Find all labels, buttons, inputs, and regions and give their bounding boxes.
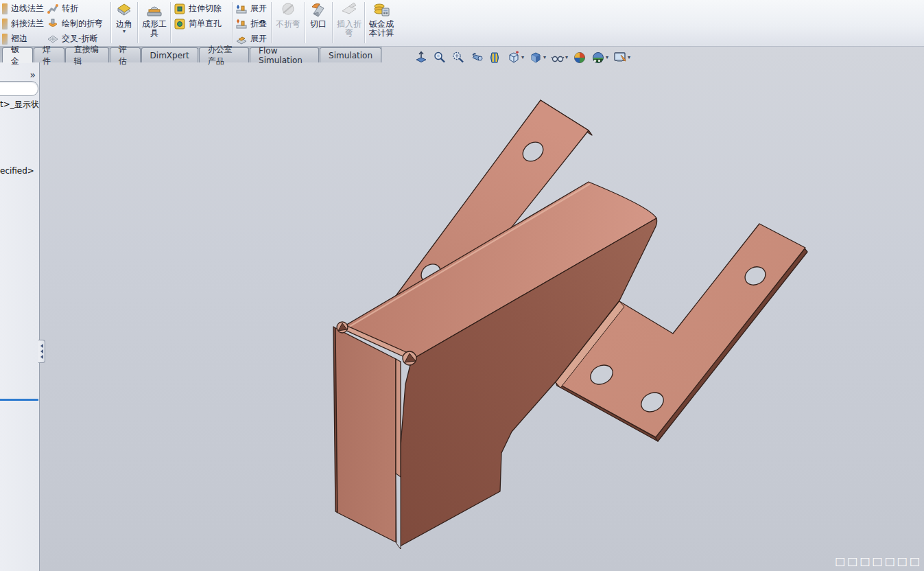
feature-tree-filter-input[interactable] xyxy=(0,81,38,96)
apply-scene-icon xyxy=(591,51,605,65)
toolbar-separator xyxy=(332,2,333,43)
rip-icon xyxy=(309,1,327,19)
extruded-cut-label: 拉伸切除 xyxy=(189,3,222,14)
tab-weldments[interactable]: 焊件 xyxy=(34,47,64,62)
view-settings-dropdown-arrow[interactable]: ▾ xyxy=(628,55,630,60)
toolbar-separator xyxy=(170,2,171,43)
insert-bends-icon xyxy=(340,1,358,19)
simple-hole-button[interactable]: 简单直孔 xyxy=(172,16,224,31)
display-style-button[interactable]: ▾ xyxy=(528,50,547,65)
tab-evaluate[interactable]: 评估 xyxy=(110,47,141,62)
miter-flange-button[interactable]: 斜接法兰 xyxy=(0,16,46,31)
unfold-label: 展开 xyxy=(250,3,267,14)
apply-scene-button[interactable]: ▾ xyxy=(590,50,610,65)
rip-label: 切口 xyxy=(304,20,333,29)
edge-flange-label: 边线法兰 xyxy=(11,3,44,14)
view-orientation-dropdown-arrow[interactable]: ▾ xyxy=(521,55,524,60)
model-3d-part[interactable] xyxy=(0,0,924,571)
toolbar-separator xyxy=(364,2,365,43)
tab-office-products[interactable]: 办公室产品 xyxy=(199,47,249,62)
panel-collapse-handle[interactable] xyxy=(38,340,45,363)
forming-tool-label: 成形工具 xyxy=(140,20,169,38)
hide-show-dropdown-arrow[interactable]: ▾ xyxy=(565,55,568,60)
sketched-bend-icon xyxy=(47,19,58,30)
tab-sheet-metal[interactable]: 钣金 xyxy=(2,47,33,62)
zoom-to-fit-icon xyxy=(414,51,428,65)
fold-label: 折叠 xyxy=(250,18,267,30)
miter-flange-label: 斜接法兰 xyxy=(11,18,44,30)
edit-appearance-button[interactable] xyxy=(571,50,588,65)
edge-flange-icon xyxy=(2,3,8,14)
no-bends-label: 不折弯 xyxy=(274,20,303,29)
view-settings-icon xyxy=(613,51,627,65)
fold-icon xyxy=(236,19,247,30)
sheet-metal-cost-label: 钣金成本计算 xyxy=(367,20,396,38)
forming-tool-button[interactable]: 成形工具 xyxy=(139,1,169,45)
zoom-in-out-button[interactable] xyxy=(450,50,466,65)
tab-direct-editing[interactable]: 直接编辑 xyxy=(65,47,109,62)
zoom-to-area-icon xyxy=(433,51,447,65)
panel-expand-chevron[interactable]: » xyxy=(29,69,36,80)
simple-hole-icon xyxy=(174,19,185,30)
heads-up-view-toolbar: ▾ ▾ ▾ ▾ xyxy=(413,49,632,67)
sheet-metal-cost-icon xyxy=(372,1,390,19)
display-style-dropdown-arrow[interactable]: ▾ xyxy=(543,55,546,60)
extruded-cut-button[interactable]: 拉伸切除 xyxy=(172,1,224,16)
jog-button[interactable]: 转折 xyxy=(45,1,80,16)
view-orientation-button[interactable]: ▾ xyxy=(506,50,525,65)
view-settings-button[interactable]: ▾ xyxy=(612,50,632,65)
hem-label: 褶边 xyxy=(11,33,27,45)
unfold-icon xyxy=(236,3,247,14)
no-bends-icon xyxy=(279,1,297,19)
edit-appearance-icon xyxy=(573,51,587,65)
previous-view-button[interactable] xyxy=(469,50,485,65)
forming-tool-icon xyxy=(145,1,163,19)
collapse-arrow-icon xyxy=(40,349,43,353)
material-not-specified-label: ecified> xyxy=(0,166,39,176)
apply-scene-dropdown-arrow[interactable]: ▾ xyxy=(606,55,608,60)
panel-divider xyxy=(0,399,38,401)
collapse-arrow-icon xyxy=(40,355,43,359)
simple-hole-label: 简单直孔 xyxy=(189,18,222,30)
edge-flange-button[interactable]: 边线法兰 xyxy=(0,1,46,16)
toolbar-separator xyxy=(137,2,138,43)
extruded-cut-icon xyxy=(174,3,185,14)
hide-show-items-button[interactable]: ▾ xyxy=(549,50,569,65)
corner-dropdown-arrow[interactable]: ▾ xyxy=(123,29,126,34)
feature-manager-panel: » t>_显示状 ecified> xyxy=(0,62,40,571)
fold-button[interactable]: 折叠 xyxy=(234,16,269,31)
no-bends-button: 不折弯 xyxy=(273,1,303,45)
sketched-bend-button[interactable]: 绘制的折弯 xyxy=(45,16,105,31)
collapse-arrow-icon xyxy=(40,344,43,348)
corner-icon xyxy=(115,1,133,19)
cross-break-icon xyxy=(47,34,58,45)
toolbar-separator xyxy=(271,2,272,43)
sketched-bend-label: 绘制的折弯 xyxy=(62,18,103,30)
display-state-label: t>_显示状 xyxy=(0,99,39,110)
zoom-to-fit-button[interactable] xyxy=(413,50,429,65)
hide-show-items-icon xyxy=(551,51,565,65)
jog-label: 转折 xyxy=(62,3,78,14)
section-view-button[interactable] xyxy=(487,50,504,65)
tab-simulation[interactable]: Simulation xyxy=(320,47,381,62)
flatten-icon xyxy=(236,34,247,45)
previous-view-icon xyxy=(470,51,484,65)
flatten-label: 展开 xyxy=(250,33,267,45)
toolbar-separator xyxy=(232,2,233,43)
view-orientation-icon xyxy=(507,51,521,65)
unfold-button[interactable]: 展开 xyxy=(234,1,269,16)
zoom-to-area-button[interactable] xyxy=(431,50,448,65)
tab-dimxpert[interactable]: DimXpert xyxy=(141,47,198,62)
jog-icon xyxy=(47,3,58,14)
display-style-icon xyxy=(529,51,543,65)
status-placeholder-boxes: □□□□□□□ xyxy=(835,555,922,568)
insert-bends-label: 插入折弯 xyxy=(335,20,364,38)
command-manager-toolbar: 边线法兰 斜接法兰 褶边 转折 绘制的折弯 交叉-折断 xyxy=(0,0,924,47)
command-manager-tabs: 钣金 焊件 直接编辑 评估 DimXpert 办公室产品 Flow Simula… xyxy=(0,46,382,62)
sheet-metal-cost-button[interactable]: 钣金成本计算 xyxy=(366,1,396,45)
cross-break-label: 交叉-折断 xyxy=(62,33,97,45)
corner-button[interactable]: 边角 ▾ xyxy=(112,1,137,45)
tab-flow-simulation[interactable]: Flow Simulation xyxy=(250,47,319,62)
insert-bends-button: 插入折弯 xyxy=(334,1,364,45)
rip-button[interactable]: 切口 xyxy=(306,1,331,45)
